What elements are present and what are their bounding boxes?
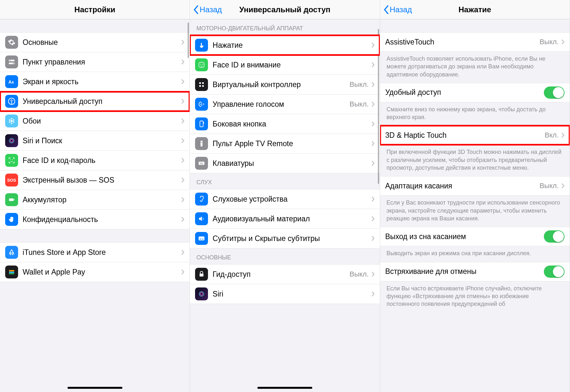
svg-text:A: A [12,81,14,84]
svg-rect-43 [200,274,203,276]
svg-point-9 [11,118,13,120]
row-siri[interactable]: Siri [190,284,379,304]
gear-icon [5,36,18,49]
keyboard-icon [195,157,208,170]
row-label: Конфиденциальность [23,215,181,224]
svg-rect-39 [200,164,203,164]
row-voice-control[interactable]: Управление голосом Выкл. [190,95,379,114]
svg-point-25 [200,64,201,65]
row-siri-search[interactable]: Siri и Поиск [0,131,190,151]
row-tap-to-wake[interactable]: Выход из сна касанием [380,227,570,246]
footer-3d-touch: При включенной функции 3D Touch можно на… [380,145,570,176]
chevron-right-icon [181,216,184,222]
page-title: Настройки [74,5,115,14]
row-label: Нажатие [212,41,371,50]
row-guided-access[interactable]: Гид-доступ Выкл. [190,264,379,284]
row-subtitles[interactable]: Субтитры и Скрытые субтитры [190,229,379,248]
row-emergency-sos[interactable]: SOS Экстренный вызов — SOS [0,170,190,190]
row-label: Пульт Apple TV Remote [212,139,371,148]
row-faceid-passcode[interactable]: Face ID и код-пароль [0,151,190,170]
siri-icon [5,134,18,147]
row-label: AssistiveTouch [385,38,540,46]
svg-point-14 [9,119,11,121]
row-label: Siri [212,290,371,298]
scrollbar[interactable] [188,23,189,58]
accessibility-panel: Назад Универсальный доступ МОТОРНО-ДВИГА… [190,0,380,392]
row-itunes-appstore[interactable]: iTunes Store и App Store [0,242,190,262]
chevron-right-icon [371,160,375,166]
chevron-right-icon [371,121,375,127]
svg-rect-21 [9,270,14,271]
row-control-center[interactable]: Пункт управления [0,52,190,72]
back-button[interactable]: Назад [383,5,412,15]
flower-icon [5,115,18,127]
row-faceid-attention[interactable]: Face ID и внимание [190,55,379,75]
row-keyboards[interactable]: Клавиатуры [190,154,379,173]
row-touch[interactable]: Нажатие [190,35,379,55]
chevron-right-icon [181,98,184,104]
svg-rect-42 [202,239,203,239]
touch-panel: Назад Нажатие AssistiveTouch Выкл. Assis… [380,0,570,392]
chevron-right-icon [371,216,375,222]
chevron-right-icon [181,59,184,65]
back-button[interactable]: Назад [193,5,222,15]
svg-rect-41 [200,239,201,239]
row-wallpaper[interactable]: Обои [0,111,190,131]
chevron-left-icon [383,5,389,15]
page-title: Нажатие [459,5,491,14]
voice-icon [195,98,208,111]
toggle-tap-to-wake[interactable] [544,230,565,243]
row-switch-control[interactable]: Виртуальный контроллер Выкл. [190,75,379,95]
battery-icon [5,193,18,206]
svg-point-17 [10,159,11,160]
chevron-right-icon [181,177,184,183]
row-assistive-touch[interactable]: AssistiveTouch Выкл. [380,32,570,52]
toggle-shake-to-undo[interactable] [544,266,565,278]
svg-point-8 [11,120,13,122]
row-label: 3D & Haptic Touch [385,131,545,140]
row-touch-accommodations[interactable]: Адаптация касания Выкл. [380,176,570,196]
svg-point-45 [200,293,203,295]
row-shake-to-undo[interactable]: Встряхивание для отмены [380,262,570,281]
row-value: Вкл. [544,131,559,139]
row-privacy[interactable]: Конфиденциальность [0,210,190,229]
row-3d-haptic-touch[interactable]: 3D & Haptic Touch Вкл. [380,126,570,145]
toggle-reachability[interactable] [544,86,565,99]
toggles-icon [5,55,18,68]
home-indicator[interactable] [257,387,312,389]
svg-rect-27 [199,82,201,84]
row-label: Универсальный доступ [23,97,181,106]
hand-icon [5,213,18,226]
ear-icon [195,193,208,206]
chevron-right-icon [181,269,184,275]
row-wallet-applepay[interactable]: Wallet и Apple Pay [0,262,190,282]
home-indicator[interactable] [67,387,122,389]
row-battery[interactable]: Аккумулятор [0,190,190,210]
section-header-motor: МОТОРНО-ДВИГАТЕЛЬНЫЙ АППАРАТ [190,19,379,35]
row-value: Выкл. [540,182,559,190]
row-label: Аккумулятор [23,196,181,204]
row-label: iTunes Store и App Store [23,248,181,257]
row-label: Удобный доступ [385,88,544,97]
row-reachability[interactable]: Удобный доступ [380,83,570,102]
footer-reachability: Смахните вниз по нижнему краю экрана, чт… [380,102,570,126]
row-display[interactable]: AA Экран и яркость [0,72,190,92]
chevron-right-icon [371,42,375,48]
touch-list: AssistiveTouch Выкл. AssistiveTouch позв… [380,19,570,392]
row-audiovisual[interactable]: Аудиовизуальный материал [190,209,379,229]
row-label: Выход из сна касанием [385,232,544,241]
row-hearing-devices[interactable]: Слуховые устройства [190,189,379,209]
row-appletv-remote[interactable]: Пульт Apple TV Remote [190,134,379,154]
lock-icon [195,268,208,281]
row-side-button[interactable]: Боковая кнопка [190,114,379,134]
row-value: Выкл. [540,38,559,46]
appstore-icon [5,246,18,259]
svg-point-44 [199,292,204,296]
svg-point-16 [10,139,13,142]
row-general[interactable]: Основные [0,32,190,52]
chevron-right-icon [371,236,375,241]
svg-point-3 [13,63,14,64]
row-label: Управление голосом [212,100,349,109]
text-size-icon: AA [5,75,18,88]
row-accessibility[interactable]: Универсальный доступ [0,92,190,111]
